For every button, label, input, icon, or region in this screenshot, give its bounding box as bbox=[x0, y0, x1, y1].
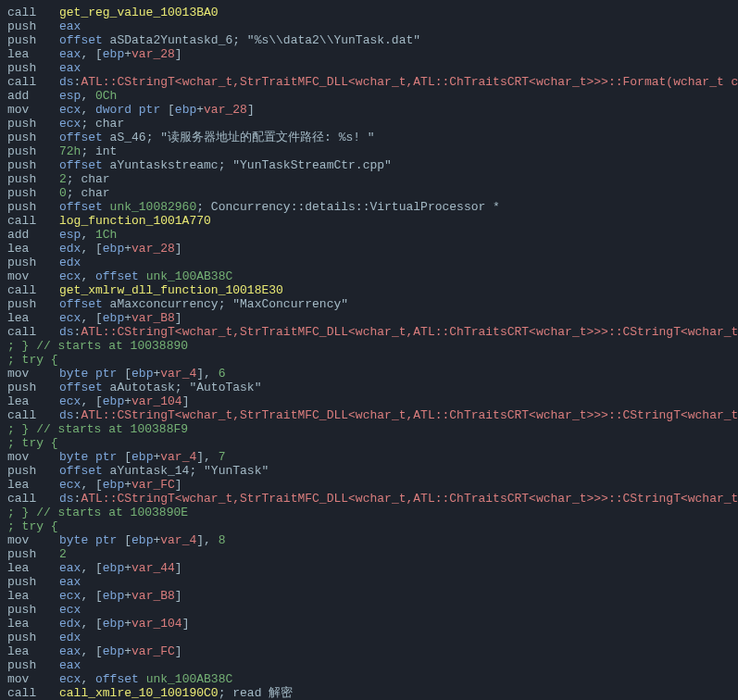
asm-line[interactable]: pushecx bbox=[7, 603, 731, 617]
operands: ds:ATL::CStringT<wchar_t,StrTraitMFC_DLL… bbox=[59, 408, 738, 422]
operand-token: ATL::CStringT<wchar_t,StrTraitMFC_DLL<wc… bbox=[81, 408, 738, 422]
asm-line[interactable]: leaecx, [ebp+var_104] bbox=[7, 394, 731, 408]
asm-line[interactable]: ; } // starts at 1003890E bbox=[7, 506, 731, 519]
asm-line[interactable]: addesp, 0Ch bbox=[7, 89, 731, 103]
operand-token: call_xmlre_10_100190C0 bbox=[59, 686, 219, 700]
operand-token: var_4 bbox=[160, 450, 196, 464]
asm-line[interactable]: ; } // starts at 10038890 bbox=[7, 339, 731, 353]
operand-token: var_4 bbox=[160, 533, 196, 547]
asm-line[interactable]: movbyte ptr [ebp+var_4], 8 bbox=[7, 533, 731, 547]
asm-line[interactable]: ; try { bbox=[7, 436, 731, 450]
asm-line[interactable]: push72h ; int bbox=[7, 144, 731, 158]
operand-token: ebp bbox=[103, 47, 124, 61]
operand-token: ecx bbox=[59, 478, 81, 492]
asm-line[interactable]: callget_xmlrw_dll_function_10018E30 bbox=[7, 283, 731, 297]
mnemonic: push bbox=[7, 117, 59, 131]
operand-token: ] bbox=[175, 644, 182, 658]
operand-token: + bbox=[124, 478, 131, 492]
asm-line[interactable]: pushoffset aYuntaskstreamc ; "YunTaskStr… bbox=[7, 158, 731, 172]
operands: log_function_1001A770 bbox=[59, 214, 211, 228]
asm-line[interactable]: pusheax bbox=[7, 61, 731, 75]
asm-line[interactable]: callds:ATL::CStringT<wchar_t,StrTraitMFC… bbox=[7, 408, 731, 422]
operands: eax, [ebp+var_44] bbox=[59, 561, 182, 575]
asm-line[interactable]: callget_reg_value_10013BA0 bbox=[7, 6, 731, 19]
asm-line[interactable]: pushoffset aS_46 ; "读服务器地址的配置文件路径: %s! " bbox=[7, 131, 731, 144]
operand-token: ] bbox=[175, 242, 182, 256]
asm-line[interactable]: leaecx, [ebp+var_B8] bbox=[7, 589, 731, 603]
asm-line[interactable]: calllog_function_1001A770 bbox=[7, 214, 731, 228]
asm-line[interactable]: callcall_xmlre_10_100190C0 ; read 解密 bbox=[7, 686, 731, 700]
operand-token: + bbox=[124, 617, 131, 631]
operand-token: [ bbox=[124, 367, 131, 381]
asm-line[interactable]: pushoffset aYuntask_14 ; "YunTask" bbox=[7, 464, 731, 478]
asm-line[interactable]: leaeax, [ebp+var_28] bbox=[7, 47, 731, 61]
operand-token: , [ bbox=[81, 478, 102, 492]
mnemonic: push bbox=[7, 33, 59, 47]
asm-line[interactable]: push0 ; char bbox=[7, 186, 731, 200]
asm-line[interactable]: pusheax bbox=[7, 575, 731, 589]
operand-token: offset bbox=[59, 131, 110, 144]
asm-line[interactable]: pushedx bbox=[7, 631, 731, 644]
operand-token: offset bbox=[59, 158, 110, 172]
operand-token: ebp bbox=[131, 450, 153, 464]
asm-line[interactable]: push2 bbox=[7, 547, 731, 561]
asm-line[interactable]: leaeax, [ebp+var_44] bbox=[7, 561, 731, 575]
asm-line[interactable]: ; try { bbox=[7, 353, 731, 367]
operand-token: ] bbox=[175, 47, 182, 61]
asm-line[interactable]: callds:ATL::CStringT<wchar_t,StrTraitMFC… bbox=[7, 492, 731, 506]
operand-token: 7 bbox=[219, 450, 226, 464]
operands: offset aS_46 bbox=[59, 131, 146, 144]
operand-token: ebp bbox=[103, 394, 124, 408]
operands: 0 bbox=[59, 186, 67, 200]
asm-line[interactable]: addesp, 1Ch bbox=[7, 228, 731, 242]
asm-line[interactable]: pushoffset aAutotask ; "AutoTask" bbox=[7, 381, 731, 394]
operands: get_xmlrw_dll_function_10018E30 bbox=[59, 283, 283, 297]
operand-token: , [ bbox=[81, 47, 102, 61]
operands: ecx, [ebp+var_FC] bbox=[59, 478, 182, 492]
asm-line[interactable]: pushoffset aSData2Yuntaskd_6 ; "%s\\data… bbox=[7, 33, 731, 47]
asm-line[interactable]: leaedx, [ebp+var_104] bbox=[7, 617, 731, 631]
asm-line[interactable]: pusheax bbox=[7, 19, 731, 33]
asm-line[interactable]: pusheax bbox=[7, 658, 731, 672]
comment: ; int bbox=[81, 144, 117, 158]
operand-token: byte ptr bbox=[59, 367, 124, 381]
comment: ; "YunTaskStreamCtr.cpp" bbox=[219, 158, 392, 172]
asm-line[interactable]: leaeax, [ebp+var_FC] bbox=[7, 644, 731, 658]
mnemonic: push bbox=[7, 186, 59, 200]
asm-line[interactable]: ; } // starts at 100388F9 bbox=[7, 422, 731, 436]
asm-line[interactable]: movbyte ptr [ebp+var_4], 6 bbox=[7, 367, 731, 381]
operand-token: ebp bbox=[103, 589, 124, 603]
mnemonic: push bbox=[7, 158, 59, 172]
operand-token: ecx bbox=[59, 394, 81, 408]
asm-line[interactable]: callds:ATL::CStringT<wchar_t,StrTraitMFC… bbox=[7, 75, 731, 89]
comment: ; Concurrency::details::VirtualProcessor… bbox=[196, 200, 500, 214]
operands: offset unk_10082960 bbox=[59, 200, 196, 214]
asm-line[interactable]: leaecx, [ebp+var_B8] bbox=[7, 311, 731, 325]
try-start-comment: ; try { bbox=[7, 519, 58, 533]
operand-token: var_FC bbox=[131, 478, 175, 492]
mnemonic: call bbox=[7, 492, 59, 506]
asm-line[interactable]: pushedx bbox=[7, 256, 731, 269]
asm-line[interactable]: callds:ATL::CStringT<wchar_t,StrTraitMFC… bbox=[7, 325, 731, 339]
asm-line[interactable]: movecx, dword ptr [ebp+var_28] bbox=[7, 103, 731, 117]
operands: edx bbox=[59, 631, 81, 644]
asm-line[interactable]: leaedx, [ebp+var_28] bbox=[7, 242, 731, 256]
operand-token: ds bbox=[59, 325, 74, 339]
asm-line[interactable]: pushoffset unk_10082960 ; Concurrency::d… bbox=[7, 200, 731, 214]
comment: ; "YunTask" bbox=[189, 464, 269, 478]
asm-line[interactable]: movecx, offset unk_100AB38C bbox=[7, 672, 731, 686]
comment: ; char bbox=[67, 186, 110, 200]
asm-line[interactable]: movbyte ptr [ebp+var_4], 7 bbox=[7, 450, 731, 464]
operands: ecx bbox=[59, 603, 81, 617]
asm-line[interactable]: movecx, offset unk_100AB38C bbox=[7, 269, 731, 283]
operand-token: offset bbox=[59, 381, 110, 394]
asm-line[interactable]: ; try { bbox=[7, 519, 731, 533]
asm-line[interactable]: leaecx, [ebp+var_FC] bbox=[7, 478, 731, 492]
operands: byte ptr [ebp+var_4], 8 bbox=[59, 533, 225, 547]
operand-token: ] bbox=[175, 561, 182, 575]
asm-line[interactable]: pushecx ; char bbox=[7, 117, 731, 131]
operand-token: edx bbox=[59, 242, 81, 256]
operand-token: offset bbox=[95, 672, 146, 686]
asm-line[interactable]: pushoffset aMaxconcurrency ; "MaxConcurr… bbox=[7, 297, 731, 311]
asm-line[interactable]: push2 ; char bbox=[7, 172, 731, 186]
